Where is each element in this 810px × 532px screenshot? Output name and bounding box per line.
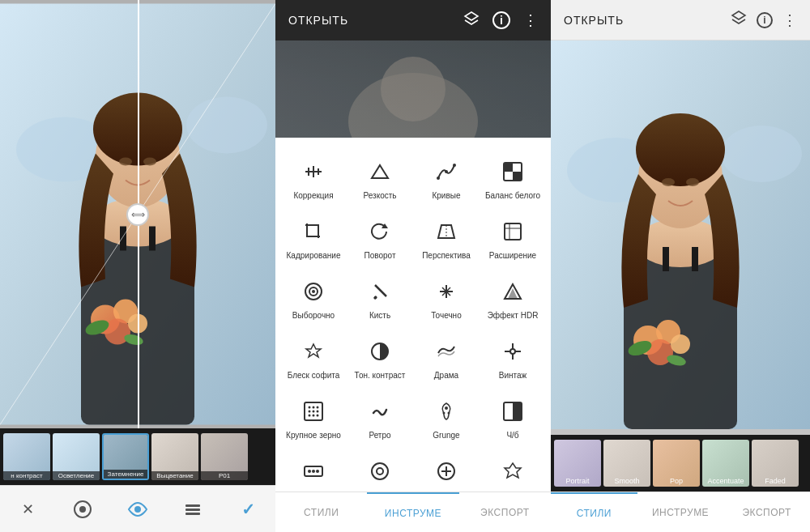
- menu-item-sharpness[interactable]: Резкость: [348, 151, 411, 207]
- right-title: ОТКРЫТЬ: [564, 14, 721, 27]
- brush-label: Кисть: [369, 311, 390, 321]
- svg-point-47: [312, 290, 315, 293]
- menu-item-rotate[interactable]: Поворот: [348, 211, 411, 267]
- svg-point-21: [134, 506, 141, 513]
- menu-item-tonecontrast[interactable]: Тон. контраст: [348, 330, 411, 387]
- confirm-button[interactable]: ✓: [230, 492, 266, 527]
- menu-photo-preview: [275, 40, 551, 138]
- menu-item-retro[interactable]: Ретро: [348, 390, 411, 447]
- bw-label: Ч/б: [506, 431, 518, 440]
- selective-label: Выборочно: [292, 311, 335, 321]
- menu-tab-tools[interactable]: ИНСТРУМЕ: [367, 492, 458, 532]
- svg-point-67: [309, 415, 311, 417]
- menu-tab-export[interactable]: ЭКСПОРТ: [459, 492, 551, 532]
- svg-point-63: [317, 406, 319, 409]
- retro-label: Ретро: [369, 431, 390, 440]
- filmstrip-label-3: Затемнение: [104, 470, 147, 479]
- style-label-pop: Pop: [653, 477, 700, 485]
- filmstrip-label-5: P01: [201, 471, 248, 480]
- menu-item-selective[interactable]: Выборочно: [282, 270, 345, 327]
- more-header-icon[interactable]: ⋮: [523, 11, 538, 29]
- svg-point-34: [445, 170, 448, 173]
- menu-item-more3[interactable]: [415, 450, 478, 492]
- layers-header-icon[interactable]: [463, 11, 480, 31]
- correction-label: Коррекция: [293, 191, 333, 201]
- menu-tab-styles[interactable]: СТИЛИ: [275, 492, 367, 532]
- menu-grid: Коррекция Резкость Кривые Баланс белого: [282, 151, 544, 492]
- menu-item-crop[interactable]: Кадрирование: [282, 211, 345, 267]
- right-tab-export[interactable]: ЭКСПОРТ: [723, 492, 810, 532]
- menu-item-more2[interactable]: [348, 450, 411, 492]
- filmstrip-item-2[interactable]: Осветление: [53, 433, 100, 480]
- menu-item-more1[interactable]: [282, 450, 345, 492]
- svg-rect-38: [513, 172, 522, 181]
- menu-item-expand[interactable]: Расширение: [481, 211, 544, 267]
- right-filmstrip-faded[interactable]: Faded: [752, 440, 799, 487]
- right-filmstrip-portrait[interactable]: Portrait: [554, 440, 601, 487]
- right-filmstrip: Portrait Smooth Pop Accentuate Faded: [551, 435, 810, 492]
- menu-item-grunge[interactable]: Grunge: [415, 390, 478, 447]
- grunge-label: Grunge: [433, 431, 459, 440]
- vintage-icon: [501, 340, 524, 366]
- svg-point-75: [308, 470, 311, 473]
- menu-title: ОТКРЫТЬ: [288, 14, 450, 27]
- vintage-label: Винтаж: [499, 371, 527, 381]
- menu-item-brush[interactable]: Кисть: [348, 270, 411, 327]
- more4-icon: [501, 460, 524, 486]
- filmstrip-item-1[interactable]: н контраст: [3, 433, 50, 480]
- close-button[interactable]: ✕: [10, 492, 45, 527]
- grain-icon: [302, 400, 325, 426]
- right-tab-tools[interactable]: ИНСТРУМЕ: [637, 492, 724, 532]
- menu-item-whitebalance[interactable]: Баланс белого: [481, 151, 544, 207]
- selective-icon: [302, 280, 325, 306]
- filmstrip-item-3[interactable]: Затемнение: [102, 433, 149, 480]
- svg-point-83: [721, 126, 802, 182]
- menu-item-vignette[interactable]: Блеск софита: [282, 330, 345, 387]
- grunge-icon: [435, 400, 458, 426]
- menu-item-curves[interactable]: Кривые: [415, 151, 478, 207]
- menu-item-correction[interactable]: Коррекция: [282, 151, 345, 207]
- menu-item-perspective[interactable]: Перспектива: [415, 211, 478, 267]
- split-handle[interactable]: ⟺: [126, 203, 149, 226]
- sharpness-label: Резкость: [364, 191, 397, 201]
- layers-button[interactable]: [175, 492, 211, 527]
- info-header-icon[interactable]: i: [492, 11, 510, 29]
- drama-icon: [435, 340, 458, 366]
- hdr-icon: [501, 280, 524, 306]
- middle-panel: ОТКРЫТЬ i ⋮ Коррекция: [275, 0, 551, 532]
- grain-label: Крупное зерно: [286, 431, 341, 440]
- whitebalance-label: Баланс белого: [485, 191, 540, 201]
- svg-point-61: [309, 406, 311, 409]
- spot-icon: [435, 280, 458, 306]
- drama-label: Драма: [434, 371, 458, 381]
- svg-point-33: [437, 177, 440, 180]
- menu-item-more4[interactable]: [481, 450, 544, 492]
- right-tab-styles[interactable]: СТИЛИ: [551, 492, 637, 532]
- eye-button[interactable]: [120, 492, 156, 527]
- filmstrip-label-1: н контраст: [3, 471, 50, 480]
- menu-item-bw[interactable]: Ч/б: [481, 390, 544, 447]
- filmstrip-item-4[interactable]: Выцветание: [151, 433, 198, 480]
- whitebalance-icon: [501, 160, 524, 186]
- svg-rect-9: [120, 227, 126, 251]
- menu-item-grain[interactable]: Крупное зерно: [282, 390, 345, 447]
- rotate-icon: [369, 220, 391, 246]
- filmstrip-label-4: Выцветание: [151, 471, 198, 480]
- svg-point-72: [448, 412, 450, 415]
- filter-button[interactable]: [65, 492, 100, 527]
- menu-item-vintage[interactable]: Винтаж: [481, 330, 544, 387]
- menu-item-spot[interactable]: Точечно: [415, 270, 478, 327]
- right-filmstrip-accentuate[interactable]: Accentuate: [702, 440, 749, 487]
- filmstrip-item-5[interactable]: P01: [201, 433, 248, 480]
- menu-item-drama[interactable]: Драма: [415, 330, 478, 387]
- menu-item-hdr[interactable]: Эффект HDR: [481, 270, 544, 327]
- svg-line-48: [375, 285, 386, 296]
- menu-content: Коррекция Резкость Кривые Баланс белого: [275, 138, 551, 492]
- right-filmstrip-pop[interactable]: Pop: [653, 440, 700, 487]
- style-label-portrait: Portrait: [554, 477, 601, 485]
- right-filmstrip-smooth[interactable]: Smooth: [603, 440, 650, 487]
- right-layers-icon[interactable]: [731, 10, 747, 30]
- right-info-icon[interactable]: i: [757, 12, 773, 28]
- right-more-icon[interactable]: ⋮: [782, 11, 797, 29]
- svg-point-68: [313, 415, 315, 417]
